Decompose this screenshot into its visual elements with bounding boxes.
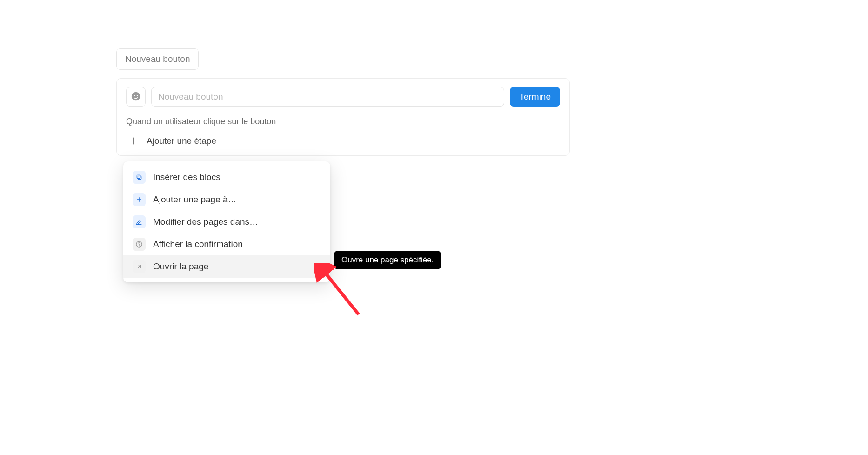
- menu-item-add-page[interactable]: Ajouter une page à…: [126, 188, 327, 211]
- menu-item-open-page[interactable]: Ouvrir la page: [123, 255, 330, 278]
- menu-item-label: Ajouter une page à…: [153, 194, 237, 205]
- tooltip-text: Ouvre une page spécifiée.: [341, 255, 434, 264]
- svg-point-0: [132, 92, 140, 100]
- add-step-label: Ajouter une étape: [147, 136, 216, 146]
- menu-item-modify-pages[interactable]: Modifier des pages dans…: [126, 211, 327, 233]
- edit-icon: [133, 215, 146, 228]
- done-button[interactable]: Terminé: [510, 87, 560, 107]
- menu-item-label: Afficher la confirmation: [153, 239, 243, 249]
- arrow-up-right-icon: [133, 260, 146, 273]
- on-click-section-label: Quand un utilisateur clique sur le bouto…: [126, 117, 560, 127]
- svg-rect-5: [138, 176, 141, 179]
- plus-icon: [133, 193, 146, 206]
- svg-line-12: [138, 265, 141, 268]
- step-actions-menu: Insérer des blocs Ajouter une page à… Mo…: [123, 161, 330, 282]
- menu-item-label: Insérer des blocs: [153, 172, 220, 182]
- button-editor-panel: Terminé Quand un utilisateur clique sur …: [116, 78, 570, 156]
- button-editor-region: Nouveau bouton Terminé Quand un utilisat…: [116, 48, 570, 156]
- question-icon: [133, 238, 146, 251]
- menu-item-insert-blocks[interactable]: Insérer des blocs: [126, 166, 327, 188]
- svg-rect-6: [137, 175, 140, 178]
- plus-icon: [128, 136, 138, 146]
- button-preview-label: Nouveau bouton: [125, 54, 190, 64]
- smiley-icon: [131, 91, 141, 103]
- add-step-button[interactable]: Ajouter une étape: [126, 133, 560, 153]
- svg-point-11: [139, 246, 139, 246]
- button-preview: Nouveau bouton: [116, 48, 199, 70]
- emoji-picker-button[interactable]: [126, 87, 146, 107]
- svg-point-1: [134, 94, 135, 96]
- button-name-input[interactable]: [151, 87, 504, 107]
- svg-point-2: [137, 94, 138, 96]
- copy-icon: [133, 171, 146, 184]
- menu-item-label: Ouvrir la page: [153, 261, 208, 272]
- menu-item-show-confirmation[interactable]: Afficher la confirmation: [126, 233, 327, 255]
- tooltip: Ouvre une page spécifiée.: [334, 251, 441, 269]
- menu-item-label: Modifier des pages dans…: [153, 217, 258, 227]
- editor-header-row: Terminé: [126, 87, 560, 107]
